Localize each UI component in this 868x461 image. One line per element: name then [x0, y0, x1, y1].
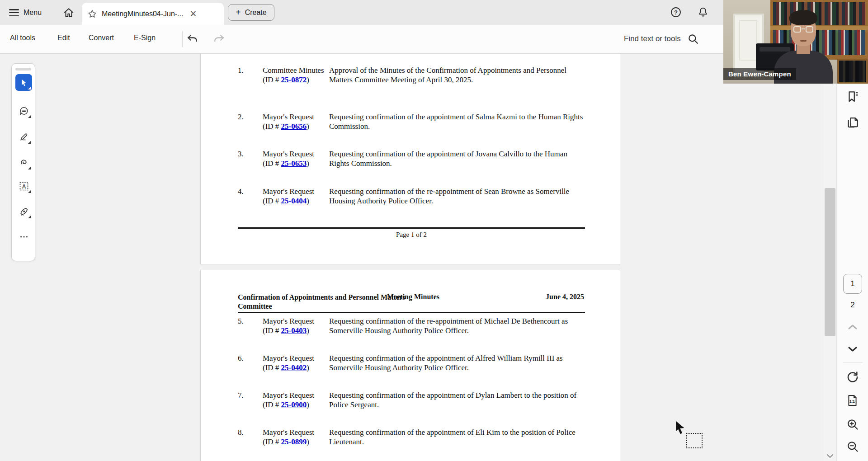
item-type: Mayor's Request (ID # 25-0899)	[263, 428, 329, 447]
zoom-in-icon	[846, 418, 859, 431]
item-description: Requesting confirmation of the appointme…	[329, 390, 586, 409]
person-glasses	[793, 26, 814, 33]
home-button[interactable]	[61, 5, 76, 20]
chevron-down-icon	[847, 345, 859, 353]
find-text-button[interactable]: Find text or tools	[624, 33, 699, 45]
svg-text:A: A	[22, 183, 26, 189]
agenda-item-8: 8. Mayor's Request (ID # 25-0899) Reques…	[238, 428, 586, 447]
page2-header-rule	[238, 312, 585, 313]
select-cursor-icon	[19, 78, 28, 87]
item-id-link[interactable]: 25-0653	[281, 159, 307, 168]
item-number: 1.	[238, 66, 263, 85]
select-text-tool-button[interactable]: A	[15, 178, 32, 194]
lasso-tool-button[interactable]	[15, 154, 32, 171]
home-icon	[63, 7, 75, 19]
item-type: Mayor's Request (ID # 25-0402)	[263, 353, 329, 372]
draw-highlight-tool-button[interactable]	[15, 128, 32, 145]
item-id-link[interactable]: 25-0403	[281, 326, 307, 335]
create-button[interactable]: + Create	[228, 4, 274, 21]
menu-label: Menu	[24, 9, 42, 17]
comment-tool-button[interactable]	[15, 103, 32, 119]
item-number: 2.	[238, 112, 263, 131]
item-description: Requesting confirmation of the appointme…	[329, 353, 586, 372]
item-id-link[interactable]: 25-0402	[281, 363, 307, 372]
item-type: Mayor's Request (ID # 25-0653)	[263, 149, 329, 168]
item-id-link[interactable]: 25-0899	[281, 437, 307, 446]
item-id-link[interactable]: 25-0872	[281, 75, 307, 84]
item-description: Requesting confirmation of the appointme…	[329, 112, 586, 131]
notifications-button[interactable]	[696, 5, 710, 19]
item-type: Mayor's Request (ID # 25-0404)	[263, 187, 329, 206]
item-number: 7.	[238, 390, 263, 409]
convert-menu[interactable]: Convert	[89, 34, 114, 42]
previous-page-button[interactable]	[847, 323, 859, 331]
agenda-item-5: 5. Mayor's Request (ID # 25-0403) Reques…	[238, 316, 586, 335]
text-select-box-icon: A	[19, 181, 29, 192]
item-id-link[interactable]: 25-0404	[281, 197, 307, 205]
tab-close-icon[interactable]: ✕	[190, 9, 197, 18]
rail-separator	[843, 362, 863, 363]
quick-tools-panel: A	[11, 63, 35, 261]
agenda-item-6: 6. Mayor's Request (ID # 25-0402) Reques…	[238, 353, 586, 372]
pdf-page-2: Confirmation of Appointments and Personn…	[200, 270, 620, 461]
rotate-refresh-icon	[846, 370, 859, 384]
zoom-preset-button[interactable]: 1:1	[837, 394, 868, 407]
redo-icon	[212, 33, 225, 46]
bookmark-icon	[846, 90, 859, 103]
page-thumbnails-button[interactable]	[846, 116, 859, 129]
current-page-value: 1	[850, 279, 854, 288]
page2-header-date: June 4, 2025	[546, 293, 584, 301]
item-description: Requesting confirmation of the re-appoin…	[329, 316, 586, 335]
select-tool-button[interactable]	[15, 74, 32, 91]
panel-drag-handle[interactable]	[15, 68, 31, 71]
item-type: Mayor's Request (ID # 25-0656)	[263, 112, 329, 131]
item-description: Requesting confirmation of the appointme…	[329, 428, 586, 447]
item-id-link[interactable]: 25-0900	[281, 400, 307, 409]
bookmarks-panel-button[interactable]	[846, 90, 859, 103]
page-2-indicator[interactable]: 2	[837, 301, 868, 310]
bell-icon	[697, 6, 709, 18]
toolbar-separator	[182, 31, 183, 47]
current-page-input[interactable]: 1	[843, 274, 862, 294]
document-viewport[interactable]: 1. Committee Minutes (ID # 25-0872) Appr…	[0, 54, 824, 461]
zoom-out-button[interactable]	[846, 440, 859, 453]
item-type: Committee Minutes (ID # 25-0872)	[263, 66, 329, 85]
scrollbar-down-arrow[interactable]	[826, 453, 835, 459]
svg-text:?: ?	[674, 9, 678, 16]
rotate-page-button[interactable]	[846, 370, 859, 384]
next-page-button[interactable]	[847, 345, 859, 353]
right-side-panel: 1 2 1:1	[836, 54, 868, 461]
more-tools-button[interactable]	[15, 228, 32, 245]
fill-sign-tool-button[interactable]	[15, 203, 32, 220]
ellipsis-icon	[19, 232, 29, 242]
document-tab[interactable]: MeetingMinutes04-Jun-... ✕	[82, 3, 224, 25]
menu-button[interactable]: Menu	[9, 6, 59, 19]
side-bookshelf-graphic	[837, 59, 868, 84]
item-id-link[interactable]: 25-0656	[281, 122, 307, 131]
redo-button[interactable]	[212, 33, 225, 46]
svg-text:1:1: 1:1	[849, 399, 855, 404]
item-number: 8.	[238, 428, 263, 447]
item-description: Requesting confirmation of the re-appoin…	[329, 187, 586, 206]
item-description: Requesting confirmation of the appointme…	[329, 149, 586, 168]
person-hair	[789, 10, 817, 25]
undo-button[interactable]	[186, 33, 199, 46]
item-description: Approval of the Minutes of the Confirmat…	[329, 66, 586, 85]
person-mouth	[800, 40, 807, 42]
vertical-scrollbar[interactable]	[824, 54, 836, 461]
scrollbar-thumb[interactable]	[825, 188, 835, 336]
item-number: 5.	[238, 316, 263, 335]
edit-menu[interactable]: Edit	[57, 34, 70, 42]
star-icon[interactable]	[87, 9, 97, 19]
webcam-name-label: Ben Ewen-Campen	[723, 68, 796, 80]
esign-menu[interactable]: E-Sign	[134, 34, 156, 42]
item-number: 6.	[238, 353, 263, 372]
page-footer-text: Page 1 of 2	[238, 231, 585, 239]
help-button[interactable]: ?	[669, 5, 683, 19]
item-number: 3.	[238, 149, 263, 168]
hamburger-icon	[9, 9, 19, 16]
chevron-up-icon	[847, 323, 859, 331]
fountain-pen-icon	[19, 207, 29, 216]
all-tools-menu[interactable]: All tools	[10, 34, 35, 42]
zoom-in-button[interactable]	[846, 418, 859, 431]
